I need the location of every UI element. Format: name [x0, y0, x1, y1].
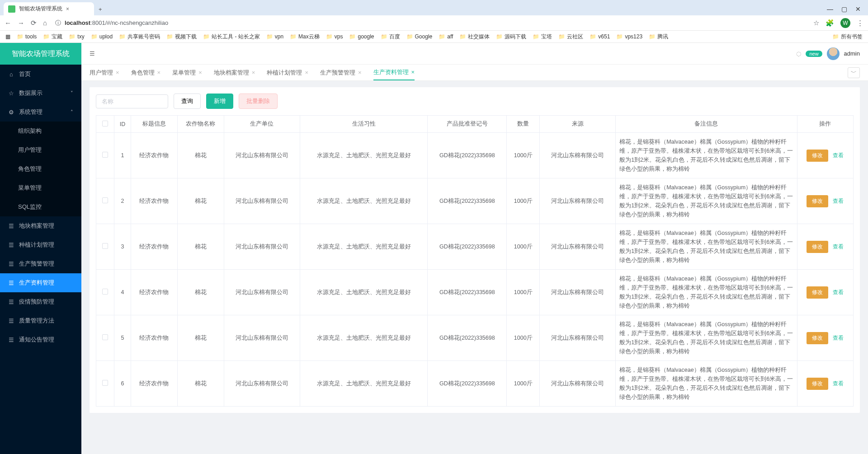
menu-dots-icon[interactable]: ⋮ [857, 19, 863, 27]
tab-close-icon[interactable]: × [252, 69, 255, 76]
apps-icon[interactable]: ▦ [5, 33, 10, 40]
back-icon[interactable]: ← [5, 19, 11, 27]
bookmark-item[interactable]: vps123 [616, 33, 642, 41]
sidebar-subitem[interactable]: SQL监控 [0, 197, 81, 216]
reload-icon[interactable]: ⟳ [31, 19, 37, 27]
sidebar-subitem[interactable]: 角色管理 [0, 159, 81, 178]
bookmark-item[interactable]: google [349, 33, 374, 41]
sidebar-item[interactable]: ☰生产资料管理 [0, 273, 81, 292]
view-link[interactable]: 查看 [833, 152, 844, 159]
sidebar-item[interactable]: ⌂首页 [0, 65, 81, 84]
row-checkbox[interactable] [102, 334, 108, 340]
batch-delete-button[interactable]: 批量删除 [239, 94, 278, 109]
bookmark-item[interactable]: 社交媒体 [459, 33, 490, 41]
tab-close-icon[interactable]: × [305, 69, 308, 76]
bookmark-item[interactable]: 视频下载 [166, 33, 197, 41]
tabs-more-icon[interactable]: ﹀ [848, 67, 860, 78]
maximize-icon[interactable]: ▢ [841, 5, 847, 13]
username[interactable]: admin [844, 50, 860, 57]
tab-close-icon[interactable]: × [411, 69, 415, 75]
page-tab[interactable]: 菜单管理× [172, 65, 202, 80]
site-info-icon[interactable]: ⓘ [55, 19, 61, 27]
bookmark-item[interactable]: 云社区 [558, 33, 583, 41]
search-button[interactable]: 查询 [174, 94, 201, 109]
sidebar-item[interactable]: ☆数据展示˅ [0, 84, 81, 103]
add-button[interactable]: 新增 [206, 94, 233, 109]
sidebar-subitem[interactable]: 用户管理 [0, 140, 81, 159]
bookmark-item[interactable]: 宝藏 [43, 33, 62, 41]
sidebar-subitem[interactable]: 组织架构 [0, 122, 81, 140]
page-tab[interactable]: 地块档案管理× [214, 65, 255, 80]
bookmark-item[interactable]: 腾讯 [649, 33, 668, 41]
extensions-icon[interactable]: 🧩 [826, 19, 834, 27]
menu-icon: ☰ [8, 337, 14, 343]
bookmark-item[interactable]: uplod [91, 33, 113, 41]
sidebar-item[interactable]: ☰种植计划管理 [0, 235, 81, 254]
view-link[interactable]: 查看 [833, 243, 844, 250]
profile-avatar[interactable]: W [840, 18, 850, 28]
bookmark-item[interactable]: 共享账号密码 [119, 33, 160, 41]
sidebar-item[interactable]: ☰质量管理方法 [0, 311, 81, 330]
edit-button[interactable]: 修改 [807, 286, 828, 299]
page-tab[interactable]: 生产预警管理× [320, 65, 362, 80]
bookmark-item[interactable]: v651 [590, 33, 610, 41]
url-bar[interactable]: ⓘ localhost:8001/#/nc-ncshengcanzhiliao [52, 17, 808, 29]
edit-button[interactable]: 修改 [807, 241, 828, 253]
bookmark-item[interactable]: 站长工具 - 站长之家 [203, 33, 260, 41]
page-tab[interactable]: 用户管理× [90, 65, 119, 80]
sidebar-item[interactable]: ☰生产预警管理 [0, 254, 81, 273]
row-checkbox[interactable] [102, 243, 108, 249]
sidebar-item[interactable]: ☰通知公告管理 [0, 330, 81, 349]
bookmark-item[interactable]: Google [406, 33, 433, 41]
page-tab[interactable]: 种植计划管理× [267, 65, 308, 80]
tab-close-icon[interactable]: × [198, 69, 202, 76]
close-icon[interactable]: × [66, 6, 69, 12]
close-window-icon[interactable]: ✕ [855, 5, 861, 13]
sidebar-subitem[interactable]: 菜单管理 [0, 178, 81, 197]
bookmark-item[interactable]: 百度 [381, 33, 400, 41]
row-checkbox[interactable] [102, 289, 108, 295]
bookmark-item[interactable]: 宝塔 [533, 33, 552, 41]
bookmark-star-icon[interactable]: ☆ [813, 19, 819, 27]
edit-button[interactable]: 修改 [807, 378, 828, 390]
view-link[interactable]: 查看 [833, 198, 844, 204]
view-link[interactable]: 查看 [833, 335, 844, 341]
tab-close-icon[interactable]: × [116, 69, 119, 76]
new-tab-button[interactable]: + [94, 3, 107, 15]
bookmark-item[interactable]: aff [439, 33, 453, 41]
row-checkbox[interactable] [102, 380, 108, 386]
bookmark-item[interactable]: txy [69, 33, 84, 41]
view-link[interactable]: 查看 [833, 289, 844, 295]
edit-button[interactable]: 修改 [807, 150, 828, 162]
tab-close-icon[interactable]: × [157, 69, 161, 76]
bookmark-item[interactable]: Max云梯 [290, 33, 320, 41]
bookmark-item[interactable]: 源码下载 [496, 33, 526, 41]
all-bookmarks[interactable]: 所有书签 [832, 33, 863, 41]
forward-icon[interactable]: → [18, 19, 24, 27]
sidebar-item[interactable]: ⚙系统管理˄ [0, 103, 81, 122]
page-tab[interactable]: 角色管理× [131, 65, 161, 80]
user-avatar[interactable] [827, 47, 840, 60]
bookmark-item[interactable]: tools [17, 33, 37, 41]
checkbox-all[interactable] [102, 121, 108, 126]
minimize-icon[interactable]: — [827, 5, 833, 13]
tab-close-icon[interactable]: × [358, 69, 362, 76]
name-input[interactable] [96, 94, 168, 108]
table-header: 数量 [507, 116, 540, 133]
cell-source: 河北山东棉有限公司 [540, 315, 616, 361]
page-tab[interactable]: 生产资料管理× [373, 65, 415, 80]
app-logo[interactable]: 智能农场管理系统 [0, 43, 81, 65]
sidebar-item[interactable]: ☰地块档案管理 [0, 216, 81, 235]
menu-toggle-icon[interactable]: ☰ [90, 50, 95, 57]
row-checkbox[interactable] [102, 152, 108, 158]
browser-tab[interactable]: 智能农场管理系统 × [4, 2, 94, 15]
bookmark-item[interactable]: vps [326, 33, 343, 41]
theme-icon[interactable]: ◌ [796, 50, 801, 57]
edit-button[interactable]: 修改 [807, 332, 828, 344]
row-checkbox[interactable] [102, 197, 108, 203]
bookmark-item[interactable]: vpn [266, 33, 283, 41]
view-link[interactable]: 查看 [833, 380, 844, 387]
edit-button[interactable]: 修改 [807, 195, 828, 207]
sidebar-item[interactable]: ☰疫情预防管理 [0, 292, 81, 311]
home-icon[interactable]: ⌂ [43, 19, 47, 27]
